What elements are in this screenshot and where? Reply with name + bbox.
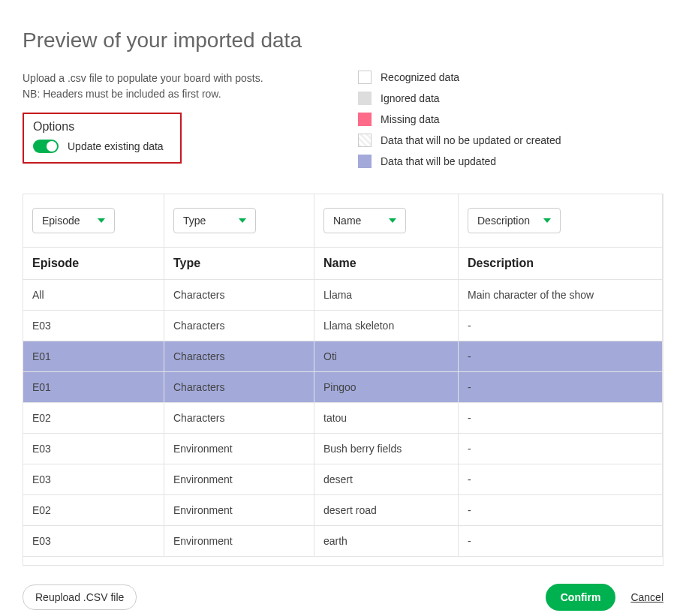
table-cell: Characters (164, 403, 314, 434)
table-cell: Main character of the show (459, 280, 663, 311)
column-mapping-cell: Episode (23, 194, 164, 248)
table-cell: - (459, 372, 663, 403)
legend-swatch-recognized (358, 71, 372, 84)
table-cell: - (459, 464, 663, 495)
chevron-down-icon (239, 218, 246, 223)
table-cell: E02 (23, 403, 164, 434)
table-cell: E03 (23, 311, 164, 341)
reupload-button[interactable]: Reupload .CSV file (23, 584, 137, 610)
confirm-button[interactable]: Confirm (546, 584, 616, 611)
column-mapping-dropdown[interactable]: Episode (32, 208, 115, 233)
table-cell: Characters (164, 311, 314, 341)
chevron-down-icon (98, 218, 105, 223)
legend-label-recognized: Recognized data (381, 71, 459, 83)
data-grid: EpisodeTypeNameDescriptionEpisodeTypeNam… (23, 194, 663, 557)
legend: Recognized data Ignored data Missing dat… (358, 71, 663, 176)
table-cell: Pingoo (314, 372, 459, 403)
legend-swatch-missing (358, 113, 372, 126)
instructions-line1: Upload a .csv file to populate your boar… (23, 72, 263, 84)
table-cell: E03 (23, 526, 164, 557)
column-header: Episode (23, 248, 164, 280)
table-cell: Environment (164, 526, 314, 557)
table-cell: tatou (314, 403, 459, 434)
column-mapping-cell: Name (314, 194, 459, 248)
column-mapping-cell: Description (459, 194, 663, 248)
table-cell: - (459, 341, 663, 372)
column-mapping-dropdown[interactable]: Type (173, 208, 256, 233)
options-heading: Options (33, 120, 171, 134)
table-cell: - (459, 311, 663, 341)
legend-swatch-updated (358, 155, 372, 168)
legend-label-missing: Missing data (381, 113, 440, 125)
chevron-down-icon (543, 218, 551, 223)
column-header: Description (459, 248, 663, 280)
column-header: Type (164, 248, 314, 280)
table-cell: Characters (164, 372, 314, 403)
table-cell: E01 (23, 341, 164, 372)
table-cell: All (23, 280, 164, 311)
column-header: Name (314, 248, 459, 280)
column-mapping-dropdown[interactable]: Description (468, 208, 561, 233)
column-mapping-cell: Type (164, 194, 314, 248)
legend-swatch-noupdate (358, 134, 372, 147)
table-cell: E01 (23, 372, 164, 403)
table-cell: Environment (164, 464, 314, 495)
instructions-line2: NB: Headers must be included as first ro… (23, 88, 221, 100)
options-panel: Options Update existing data (23, 113, 182, 164)
table-cell: E02 (23, 495, 164, 526)
table-cell: Oti (314, 341, 459, 372)
dropdown-label: Type (183, 215, 206, 227)
table-cell: desert road (314, 495, 459, 526)
table-cell: desert (314, 464, 459, 495)
table-cell: - (459, 526, 663, 557)
column-mapping-dropdown[interactable]: Name (323, 208, 406, 233)
page-title: Preview of your imported data (23, 29, 663, 53)
dropdown-label: Name (333, 215, 361, 227)
table-cell: earth (314, 526, 459, 557)
instructions: Upload a .csv file to populate your boar… (23, 71, 328, 102)
data-table-container[interactable]: EpisodeTypeNameDescriptionEpisodeTypeNam… (23, 194, 663, 566)
legend-swatch-ignored (358, 92, 372, 105)
table-cell: Characters (164, 280, 314, 311)
update-existing-label: Update existing data (68, 140, 164, 152)
table-cell: E03 (23, 464, 164, 495)
chevron-down-icon (389, 218, 396, 223)
cancel-link[interactable]: Cancel (630, 591, 663, 603)
dropdown-label: Episode (42, 215, 80, 227)
table-cell: Characters (164, 341, 314, 372)
update-existing-toggle[interactable] (33, 140, 59, 153)
table-cell: - (459, 434, 663, 464)
table-cell: Bush berry fields (314, 434, 459, 464)
legend-label-updated: Data that will be updated (381, 155, 496, 167)
table-cell: Llama (314, 280, 459, 311)
legend-label-ignored: Ignored data (381, 92, 440, 104)
table-cell: - (459, 403, 663, 434)
legend-label-noupdate: Data that will no be updated or created (381, 134, 561, 146)
table-cell: E03 (23, 434, 164, 464)
table-cell: Llama skeleton (314, 311, 459, 341)
dropdown-label: Description (477, 215, 530, 227)
table-cell: - (459, 495, 663, 526)
table-cell: Environment (164, 434, 314, 464)
table-cell: Environment (164, 495, 314, 526)
